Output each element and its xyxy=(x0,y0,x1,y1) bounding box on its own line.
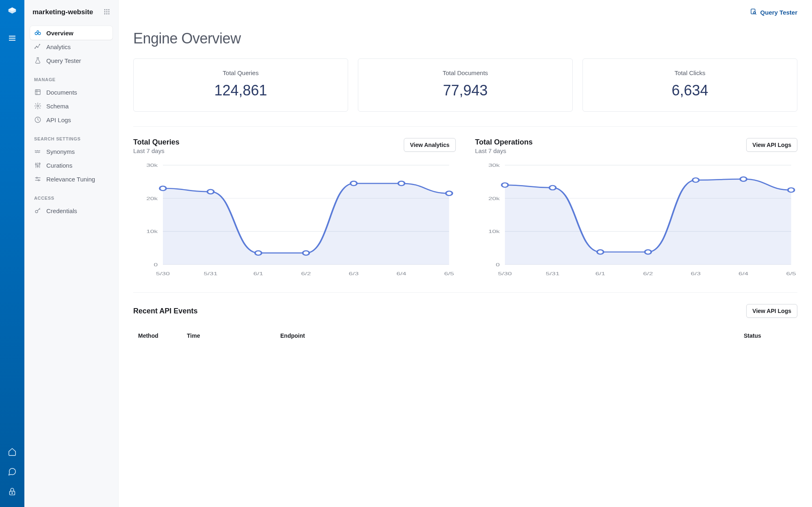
stat-label: Total Documents xyxy=(366,69,564,76)
svg-text:6/1: 6/1 xyxy=(253,271,263,276)
home-icon[interactable] xyxy=(8,447,17,457)
stat-card: Total Clicks6,634 xyxy=(582,58,797,112)
brand-logo-icon xyxy=(6,6,18,18)
chart-block: Total Operations Last 7 days View API Lo… xyxy=(475,138,798,278)
svg-point-75 xyxy=(788,188,794,192)
svg-text:6/5: 6/5 xyxy=(786,271,796,276)
binoculars-icon xyxy=(34,29,41,37)
svg-text:6/1: 6/1 xyxy=(595,271,605,276)
svg-point-49 xyxy=(255,251,262,255)
chart-title: Total Operations xyxy=(475,138,533,147)
svg-point-47 xyxy=(160,186,166,191)
svg-line-38 xyxy=(755,13,756,14)
lock-icon[interactable] xyxy=(8,487,17,497)
col-endpoint: Endpoint xyxy=(280,332,744,339)
sidebar-item-documents[interactable]: Documents xyxy=(30,85,113,99)
svg-point-30 xyxy=(39,163,40,164)
col-status: Status xyxy=(744,332,793,339)
tuning-icon xyxy=(34,175,41,183)
chart-title: Total Queries xyxy=(133,138,180,147)
svg-point-28 xyxy=(35,164,37,165)
chart-action-button[interactable]: View API Logs xyxy=(746,138,797,152)
svg-point-5 xyxy=(104,9,106,10)
gear-icon xyxy=(34,102,41,110)
svg-point-11 xyxy=(104,13,106,14)
sidebar-item-schema[interactable]: Schema xyxy=(30,99,113,113)
svg-point-53 xyxy=(446,191,453,196)
sidebar-item-label: Synonyms xyxy=(46,148,75,155)
svg-point-4 xyxy=(12,493,13,494)
svg-point-69 xyxy=(502,183,508,187)
svg-point-52 xyxy=(398,181,405,186)
sidebar-item-credentials[interactable]: Credentials xyxy=(30,204,113,218)
sidebar-item-overview[interactable]: Overview xyxy=(30,26,113,40)
stat-value: 77,943 xyxy=(366,82,564,99)
documents-icon xyxy=(34,88,41,96)
divider xyxy=(133,126,797,127)
nav-heading: MANAGE xyxy=(30,75,113,85)
svg-point-29 xyxy=(37,166,39,167)
search-doc-icon xyxy=(750,8,757,17)
hamburger-icon[interactable] xyxy=(7,33,17,43)
svg-text:10k: 10k xyxy=(488,229,500,234)
svg-text:0: 0 xyxy=(154,262,158,268)
svg-point-23 xyxy=(37,105,39,107)
chart-canvas: 010k20k30k5/305/316/16/26/36/46/5 xyxy=(133,160,456,278)
chat-icon[interactable] xyxy=(8,467,17,477)
svg-point-33 xyxy=(36,177,37,179)
svg-point-12 xyxy=(106,13,108,14)
divider xyxy=(133,292,797,293)
key-icon xyxy=(34,207,41,214)
sidebar-item-relevance-tuning[interactable]: Relevance Tuning xyxy=(30,172,113,186)
apps-grid-icon[interactable] xyxy=(104,9,110,16)
svg-text:5/31: 5/31 xyxy=(204,271,217,276)
nav-heading: SEARCH SETTINGS xyxy=(30,134,113,145)
stat-label: Total Clicks xyxy=(591,69,789,76)
sidebar-item-synonyms[interactable]: Synonyms xyxy=(30,145,113,158)
chart-block: Total Queries Last 7 days View Analytics… xyxy=(133,138,456,278)
stat-label: Total Queries xyxy=(142,69,340,76)
svg-point-8 xyxy=(104,11,106,12)
col-time: Time xyxy=(187,332,280,339)
sliders-icon xyxy=(34,162,41,169)
svg-point-48 xyxy=(208,190,214,194)
sidebar-item-curations[interactable]: Curations xyxy=(30,158,113,172)
table-header-row: Method Time Endpoint Status xyxy=(133,327,797,345)
stat-card: Total Documents77,943 xyxy=(358,58,573,112)
svg-point-70 xyxy=(549,186,556,190)
sidebar: marketing-website OverviewAnalyticsQuery… xyxy=(24,0,119,507)
svg-text:6/5: 6/5 xyxy=(444,271,454,276)
sidebar-item-label: Curations xyxy=(46,162,72,169)
svg-point-15 xyxy=(38,32,41,35)
svg-text:6/2: 6/2 xyxy=(301,271,311,276)
col-method: Method xyxy=(138,332,187,339)
nav-heading: ACCESS xyxy=(30,193,113,204)
svg-point-9 xyxy=(106,11,108,12)
main: Query Tester Engine Overview Total Queri… xyxy=(119,0,812,507)
svg-text:6/4: 6/4 xyxy=(396,271,406,276)
chart-subtitle: Last 7 days xyxy=(133,147,180,154)
engine-title: marketing-website xyxy=(32,8,93,16)
sidebar-item-label: Analytics xyxy=(46,43,71,50)
sidebar-item-label: API Logs xyxy=(46,117,71,123)
chart-action-button[interactable]: View Analytics xyxy=(404,138,455,152)
svg-point-51 xyxy=(351,181,357,186)
svg-point-10 xyxy=(108,11,110,12)
svg-text:30k: 30k xyxy=(146,163,158,168)
svg-point-74 xyxy=(740,177,747,181)
query-tester-link[interactable]: Query Tester xyxy=(750,8,797,17)
svg-point-6 xyxy=(106,9,108,10)
sidebar-item-label: Overview xyxy=(46,30,74,37)
svg-text:6/3: 6/3 xyxy=(349,271,359,276)
svg-point-50 xyxy=(303,251,309,255)
sidebar-item-label: Query Tester xyxy=(46,57,81,64)
sidebar-item-query-tester[interactable]: Query Tester xyxy=(30,54,113,67)
view-api-logs-button[interactable]: View API Logs xyxy=(746,304,797,318)
sidebar-item-api-logs[interactable]: API Logs xyxy=(30,113,113,127)
svg-point-7 xyxy=(108,9,110,10)
analytics-icon xyxy=(34,43,41,50)
svg-point-73 xyxy=(692,178,699,182)
sidebar-item-analytics[interactable]: Analytics xyxy=(30,40,113,54)
flask-icon xyxy=(34,57,41,64)
svg-text:30k: 30k xyxy=(488,163,500,168)
